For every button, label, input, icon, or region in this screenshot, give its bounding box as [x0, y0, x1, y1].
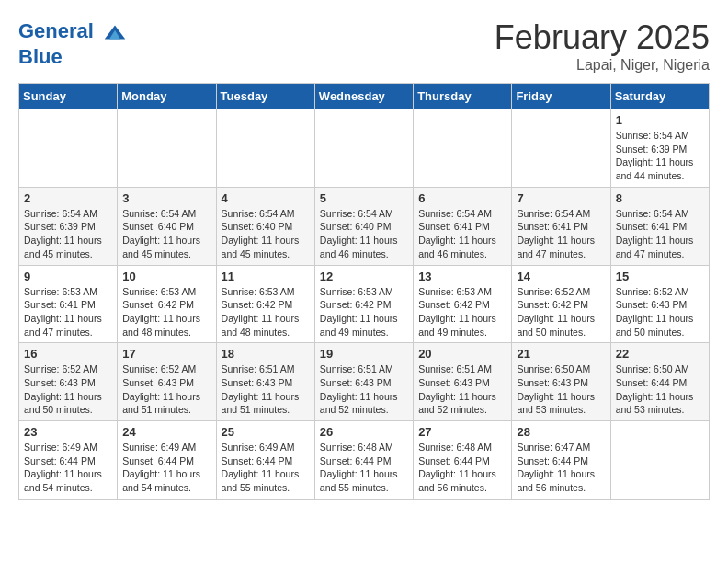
day-info: Sunrise: 6:50 AM Sunset: 6:43 PM Dayligh…	[517, 362, 605, 417]
day-info: Sunrise: 6:54 AM Sunset: 6:41 PM Dayligh…	[517, 207, 605, 261]
calendar-day-cell: 5Sunrise: 6:54 AM Sunset: 6:40 PM Daylig…	[314, 187, 413, 265]
logo-blue-text: Blue	[18, 46, 129, 68]
day-info: Sunrise: 6:54 AM Sunset: 6:40 PM Dayligh…	[222, 207, 310, 261]
day-info: Sunrise: 6:54 AM Sunset: 6:40 PM Dayligh…	[122, 207, 210, 261]
day-info: Sunrise: 6:48 AM Sunset: 6:44 PM Dayligh…	[320, 441, 408, 495]
page-header: General Blue February 2025 Lapai, Niger,…	[18, 18, 710, 74]
calendar-day-cell: 6Sunrise: 6:54 AM Sunset: 6:41 PM Daylig…	[414, 187, 512, 265]
day-info: Sunrise: 6:54 AM Sunset: 6:41 PM Dayligh…	[418, 207, 506, 261]
day-info: Sunrise: 6:49 AM Sunset: 6:44 PM Dayligh…	[24, 441, 112, 495]
calendar-week-row: 23Sunrise: 6:49 AM Sunset: 6:44 PM Dayli…	[19, 421, 710, 500]
calendar-day-cell: 16Sunrise: 6:52 AM Sunset: 6:43 PM Dayli…	[19, 343, 118, 421]
calendar-day-cell	[216, 109, 314, 188]
calendar-day-cell	[19, 109, 118, 188]
calendar-day-cell	[414, 109, 512, 188]
day-info: Sunrise: 6:52 AM Sunset: 6:43 PM Dayligh…	[616, 285, 704, 339]
day-number: 19	[320, 347, 408, 361]
day-of-week-header: Friday	[512, 84, 610, 109]
day-number: 6	[418, 191, 506, 205]
day-info: Sunrise: 6:53 AM Sunset: 6:41 PM Dayligh…	[24, 285, 112, 339]
day-number: 7	[517, 191, 605, 205]
calendar-day-cell: 27Sunrise: 6:48 AM Sunset: 6:44 PM Dayli…	[414, 421, 512, 500]
day-info: Sunrise: 6:53 AM Sunset: 6:42 PM Dayligh…	[222, 285, 310, 339]
calendar-day-cell: 24Sunrise: 6:49 AM Sunset: 6:44 PM Dayli…	[118, 421, 216, 500]
calendar-day-cell	[118, 109, 216, 188]
calendar-day-cell: 9Sunrise: 6:53 AM Sunset: 6:41 PM Daylig…	[19, 265, 118, 343]
day-number: 1	[616, 113, 704, 127]
day-of-week-header: Thursday	[414, 84, 512, 109]
day-number: 2	[24, 191, 112, 205]
day-info: Sunrise: 6:53 AM Sunset: 6:42 PM Dayligh…	[320, 285, 408, 339]
day-number: 24	[122, 425, 210, 439]
day-number: 17	[122, 347, 210, 361]
day-of-week-header: Sunday	[19, 84, 118, 109]
day-info: Sunrise: 6:52 AM Sunset: 6:43 PM Dayligh…	[122, 362, 210, 417]
day-number: 13	[418, 270, 506, 283]
calendar-day-cell: 4Sunrise: 6:54 AM Sunset: 6:40 PM Daylig…	[216, 187, 314, 265]
calendar-day-cell: 15Sunrise: 6:52 AM Sunset: 6:43 PM Dayli…	[610, 265, 709, 343]
calendar-week-row: 2Sunrise: 6:54 AM Sunset: 6:39 PM Daylig…	[19, 187, 710, 265]
day-info: Sunrise: 6:54 AM Sunset: 6:39 PM Dayligh…	[616, 129, 704, 183]
day-of-week-header: Wednesday	[314, 84, 413, 109]
day-number: 22	[616, 347, 704, 361]
calendar-week-row: 9Sunrise: 6:53 AM Sunset: 6:41 PM Daylig…	[19, 265, 710, 343]
calendar-day-cell	[610, 421, 709, 500]
day-number: 8	[616, 191, 704, 205]
calendar-day-cell: 14Sunrise: 6:52 AM Sunset: 6:42 PM Dayli…	[512, 265, 610, 343]
calendar-day-cell: 21Sunrise: 6:50 AM Sunset: 6:43 PM Dayli…	[512, 343, 610, 421]
day-number: 23	[24, 425, 112, 439]
calendar-day-cell: 2Sunrise: 6:54 AM Sunset: 6:39 PM Daylig…	[19, 187, 118, 265]
day-number: 10	[122, 270, 210, 283]
day-info: Sunrise: 6:52 AM Sunset: 6:43 PM Dayligh…	[24, 362, 112, 417]
day-number: 26	[320, 425, 408, 439]
day-info: Sunrise: 6:49 AM Sunset: 6:44 PM Dayligh…	[222, 441, 310, 495]
calendar-day-cell: 22Sunrise: 6:50 AM Sunset: 6:44 PM Dayli…	[610, 343, 709, 421]
day-number: 5	[320, 191, 408, 205]
logo: General Blue	[18, 18, 129, 68]
calendar-week-row: 1Sunrise: 6:54 AM Sunset: 6:39 PM Daylig…	[19, 109, 710, 188]
calendar-day-cell: 28Sunrise: 6:47 AM Sunset: 6:44 PM Dayli…	[512, 421, 610, 500]
calendar-day-cell: 23Sunrise: 6:49 AM Sunset: 6:44 PM Dayli…	[19, 421, 118, 500]
day-number: 11	[222, 270, 310, 283]
day-info: Sunrise: 6:54 AM Sunset: 6:40 PM Dayligh…	[320, 207, 408, 261]
month-title: February 2025	[495, 18, 710, 57]
day-info: Sunrise: 6:51 AM Sunset: 6:43 PM Dayligh…	[320, 362, 408, 417]
day-number: 9	[24, 270, 112, 283]
calendar-day-cell: 19Sunrise: 6:51 AM Sunset: 6:43 PM Dayli…	[314, 343, 413, 421]
calendar-day-cell	[512, 109, 610, 188]
title-block: February 2025 Lapai, Niger, Nigeria	[495, 18, 710, 74]
day-number: 25	[222, 425, 310, 439]
day-number: 12	[320, 270, 408, 283]
logo-icon	[101, 18, 129, 46]
day-number: 20	[418, 347, 506, 361]
day-number: 16	[24, 347, 112, 361]
day-number: 28	[517, 425, 605, 439]
day-info: Sunrise: 6:53 AM Sunset: 6:42 PM Dayligh…	[418, 285, 506, 339]
day-of-week-header: Monday	[118, 84, 216, 109]
calendar-day-cell: 11Sunrise: 6:53 AM Sunset: 6:42 PM Dayli…	[216, 265, 314, 343]
day-info: Sunrise: 6:47 AM Sunset: 6:44 PM Dayligh…	[517, 441, 605, 495]
day-number: 4	[222, 191, 310, 205]
day-number: 27	[418, 425, 506, 439]
day-of-week-header: Tuesday	[216, 84, 314, 109]
day-info: Sunrise: 6:51 AM Sunset: 6:43 PM Dayligh…	[418, 362, 506, 417]
day-number: 14	[517, 270, 605, 283]
day-info: Sunrise: 6:54 AM Sunset: 6:39 PM Dayligh…	[24, 207, 112, 261]
day-number: 18	[222, 347, 310, 361]
calendar-day-cell: 13Sunrise: 6:53 AM Sunset: 6:42 PM Dayli…	[414, 265, 512, 343]
calendar-day-cell: 20Sunrise: 6:51 AM Sunset: 6:43 PM Dayli…	[414, 343, 512, 421]
calendar-day-cell: 10Sunrise: 6:53 AM Sunset: 6:42 PM Dayli…	[118, 265, 216, 343]
day-info: Sunrise: 6:48 AM Sunset: 6:44 PM Dayligh…	[418, 441, 506, 495]
day-info: Sunrise: 6:49 AM Sunset: 6:44 PM Dayligh…	[122, 441, 210, 495]
calendar-day-cell: 1Sunrise: 6:54 AM Sunset: 6:39 PM Daylig…	[610, 109, 709, 188]
day-of-week-header: Saturday	[610, 84, 709, 109]
calendar-table: SundayMondayTuesdayWednesdayThursdayFrid…	[18, 83, 710, 500]
day-number: 21	[517, 347, 605, 361]
calendar-week-row: 16Sunrise: 6:52 AM Sunset: 6:43 PM Dayli…	[19, 343, 710, 421]
calendar-day-cell: 25Sunrise: 6:49 AM Sunset: 6:44 PM Dayli…	[216, 421, 314, 500]
day-number: 15	[616, 270, 704, 283]
day-info: Sunrise: 6:51 AM Sunset: 6:43 PM Dayligh…	[222, 362, 310, 417]
calendar-day-cell: 7Sunrise: 6:54 AM Sunset: 6:41 PM Daylig…	[512, 187, 610, 265]
day-info: Sunrise: 6:53 AM Sunset: 6:42 PM Dayligh…	[122, 285, 210, 339]
calendar-day-cell	[314, 109, 413, 188]
